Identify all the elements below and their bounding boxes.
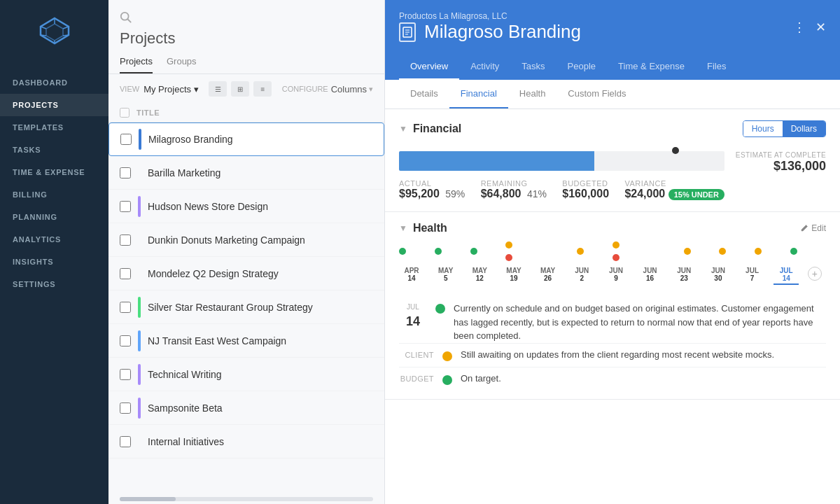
tab-projects[interactable]: Projects [120, 56, 153, 74]
project-row[interactable]: Milagroso Branding [108, 122, 384, 156]
project-checkbox[interactable] [120, 335, 131, 346]
project-checkbox[interactable] [120, 167, 131, 178]
sidebar-item-insights[interactable]: INSIGHTS [0, 251, 108, 273]
project-row[interactable]: NJ Transit East West Campaign [108, 324, 384, 358]
project-title: Milagroso Branding [399, 21, 581, 43]
project-checkbox[interactable] [120, 402, 131, 414]
chevron-down-icon-2: ▾ [369, 85, 373, 94]
project-color-bar [139, 129, 141, 150]
tab-files[interactable]: Files [696, 54, 737, 80]
chart-bar-track [399, 151, 724, 171]
project-checkbox[interactable] [120, 201, 131, 212]
sidebar-item-tasks[interactable]: TASKS [0, 139, 108, 161]
project-name: Mondelez Q2 Design Strategy [148, 268, 279, 279]
tab-groups[interactable]: Groups [167, 56, 197, 74]
project-color-bar [138, 364, 141, 385]
financial-chevron[interactable]: ▼ [399, 124, 407, 134]
subtab-details[interactable]: Details [399, 80, 449, 108]
project-row[interactable]: Barilla Marketing [108, 156, 384, 190]
sidebar-item-templates[interactable]: TEMPLATES [0, 116, 108, 139]
toggle-dollars[interactable]: Dollars [783, 121, 825, 136]
toggle-hours[interactable]: Hours [743, 121, 783, 136]
financial-title: Financial [413, 122, 461, 135]
project-name: Dunkin Donuts Marketing Campaign [148, 234, 305, 246]
dot-jun9-yellow [612, 241, 620, 248]
sidebar-item-settings[interactable]: SETTINGS [0, 273, 108, 295]
company-name: Productos La Milagrosa, LLC [399, 11, 581, 21]
budget-label: BUDGET [399, 373, 434, 383]
tab-tasks[interactable]: Tasks [510, 54, 556, 80]
configure-label: CONFIGURE [282, 85, 328, 93]
sidebar: DASHBOARD PROJECTS TEMPLATES TASKS TIME … [0, 0, 108, 504]
sidebar-item-dashboard[interactable]: DASHBOARD [0, 71, 108, 94]
scrollbar-thumb[interactable] [120, 497, 176, 501]
project-name: Internal Initiatives [148, 436, 224, 447]
edit-button[interactable]: Edit [800, 223, 826, 233]
list-view-icon[interactable]: ≡ [253, 81, 272, 97]
health-note-main: JUL 14 Currently on schedule and on budg… [399, 302, 826, 343]
svg-line-4 [63, 35, 69, 36]
project-checkbox[interactable] [120, 302, 131, 313]
project-row[interactable]: Technical Writing [108, 358, 384, 391]
project-checkbox[interactable] [120, 436, 131, 447]
close-icon[interactable]: ✕ [816, 20, 826, 35]
configure-columns[interactable]: Columns [331, 84, 367, 94]
table-header: TITLE [108, 104, 384, 122]
sidebar-item-billing[interactable]: BILLING [0, 183, 108, 206]
search-icon[interactable] [120, 11, 132, 24]
dot-jul14-green[interactable] [790, 248, 797, 255]
main-panel: Productos La Milagrosa, LLC Milagroso Br… [385, 0, 840, 504]
scrollbar-track [120, 497, 373, 501]
projects-tabs: Projects Groups [108, 56, 384, 74]
project-row[interactable]: Dunkin Donuts Marketing Campaign [108, 223, 384, 257]
main-tabs: Overview Activity Tasks People Time & Ex… [385, 54, 840, 80]
content-area: ▼ Financial Hours Dollars [385, 109, 840, 504]
subtab-custom-fields[interactable]: Custom Fields [556, 80, 637, 108]
project-checkbox[interactable] [120, 369, 131, 380]
project-row[interactable]: Mondelez Q2 Design Strategy [108, 257, 384, 290]
sub-tabs: Details Financial Health Custom Fields [385, 80, 840, 109]
project-name: Sampsonite Beta [148, 402, 223, 414]
health-title: Health [413, 222, 447, 234]
tab-activity[interactable]: Activity [459, 54, 510, 80]
subtab-health[interactable]: Health [508, 80, 557, 108]
select-all-checkbox[interactable] [120, 108, 130, 118]
sidebar-item-planning[interactable]: PLANNING [0, 206, 108, 228]
project-checkbox[interactable] [120, 234, 131, 246]
configure-area: CONFIGURE Columns ▾ [282, 84, 373, 94]
health-sub-client: CLIENT Still awaiting on updates from th… [399, 343, 826, 367]
project-row[interactable]: Internal Initiatives [108, 425, 384, 458]
timeline-labels: APR14 MAY5 MAY12 MAY19 MAY26 J [399, 267, 826, 285]
label-may19: MAY19 [501, 267, 526, 285]
sidebar-item-analytics[interactable]: ANALYTICS [0, 228, 108, 251]
project-icon [399, 22, 416, 42]
label-jul14: JUL 14 [774, 267, 799, 285]
grid-view-icon[interactable]: ☰ [209, 81, 227, 97]
dot-may5-green [435, 248, 442, 255]
sidebar-item-time-expense[interactable]: TIME & EXPENSE [0, 161, 108, 183]
project-checkbox[interactable] [120, 134, 132, 145]
project-row[interactable]: Hudson News Store Design [108, 190, 384, 223]
project-checkbox[interactable] [120, 268, 131, 279]
tab-overview[interactable]: Overview [399, 54, 459, 80]
label-jun16: JUN16 [638, 267, 663, 285]
view-select[interactable]: My Projects ▾ [144, 84, 199, 94]
svg-point-8 [121, 13, 129, 20]
card-view-icon[interactable]: ⊞ [231, 81, 249, 97]
header-left: Productos La Milagrosa, LLC Milagroso Br… [399, 11, 581, 43]
project-row[interactable]: Sampsonite Beta [108, 391, 384, 425]
label-jul7: JUL7 [740, 267, 765, 285]
project-name: Hudson News Store Design [148, 201, 268, 212]
sidebar-item-projects[interactable]: PROJECTS [0, 94, 108, 116]
more-options-icon[interactable]: ⋮ [793, 20, 806, 35]
health-chevron[interactable]: ▼ [399, 223, 407, 233]
dot-apr14-green [399, 248, 406, 255]
tab-people[interactable]: People [556, 54, 607, 80]
stat-budgeted: BUDGETED $160,000 [562, 179, 609, 200]
add-date-btn[interactable]: + [808, 267, 826, 285]
subtab-financial[interactable]: Financial [449, 80, 508, 108]
project-row[interactable]: Silver Star Restaurant Group Strategy [108, 290, 384, 324]
health-header: ▼ Health Edit [385, 212, 840, 241]
tab-time-expense[interactable]: Time & Expense [607, 54, 696, 80]
health-section: ▼ Health Edit [385, 212, 840, 400]
